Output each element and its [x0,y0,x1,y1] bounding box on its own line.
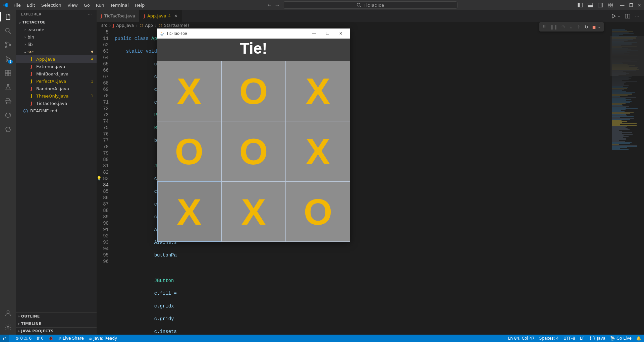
activity-run-debug-icon[interactable]: 1 [4,55,12,63]
status-problems[interactable]: ⊗0⚠6 [15,336,32,341]
section-java-projects[interactable]: ›JAVA PROJECTS [16,327,97,335]
menu-go[interactable]: Go [81,1,93,9]
folder-vscode[interactable]: ›.vscode [16,26,97,33]
game-cell-8[interactable]: O [286,181,350,242]
file-extreme-java[interactable]: JExtreme.java [16,63,97,70]
window-minimize-icon[interactable]: ― [620,3,624,8]
game-minimize-icon[interactable]: ― [307,31,321,36]
game-cell-6[interactable]: X [157,181,221,242]
activity-search-icon[interactable] [4,27,12,35]
status-notifications-icon[interactable]: 🔔 [636,336,641,341]
game-maximize-icon[interactable]: ☐ [321,31,334,36]
status-debug[interactable]: 🐞 [48,336,53,341]
file-perfectai-java[interactable]: JPerfectAI.java1 [16,77,97,85]
game-cell-0[interactable]: X [157,61,221,121]
tab-close-icon[interactable]: ✕ [174,13,178,18]
game-cell-5[interactable]: X [286,121,350,181]
game-cell-2[interactable]: X [286,61,350,121]
folder-src[interactable]: ⌄src [16,48,97,55]
status-language[interactable]: { } Java [589,336,605,341]
svg-line-1 [360,6,361,7]
file-tree: ⌄TICTACTOE ›.vscode ›bin ›lib ⌄src JApp.… [16,18,97,312]
menu-selection[interactable]: Selection [39,1,64,9]
debug-stop-icon[interactable]: ◼ [592,24,596,30]
folder-lib[interactable]: ›lib [16,41,97,48]
debug-grip-icon[interactable]: ⠿ [543,24,546,30]
customize-layout-icon[interactable] [608,2,613,8]
minimap[interactable] [610,29,644,335]
menu-terminal[interactable]: Terminal [108,1,131,9]
file-miniboard-java[interactable]: JMiniBoard.java [16,70,97,77]
debug-step-over-icon[interactable]: ↷ [561,24,565,30]
run-icon[interactable] [611,13,616,19]
svg-rect-22 [8,73,11,76]
menu-file[interactable]: File [11,1,23,9]
svg-rect-23 [8,70,11,73]
game-cell-1[interactable]: O [221,61,286,121]
activity-source-control-icon[interactable] [4,41,12,49]
svg-rect-3 [578,3,580,7]
activity-extensions-icon[interactable] [4,69,12,77]
status-cursor[interactable]: Ln 84, Col 47 [508,336,535,341]
file-tictactoe-java[interactable]: JTicTacToe.java [16,100,97,107]
activity-explorer-icon[interactable] [4,13,12,21]
game-cell-4[interactable]: O [221,121,286,181]
editor-more-icon[interactable]: ⋯ [635,13,639,18]
title-bar: File Edit Selection View Go Run Terminal… [0,0,644,10]
section-outline[interactable]: ›OUTLINE [16,312,97,320]
toggle-panel-icon[interactable] [588,2,593,8]
status-eol[interactable]: LF [580,336,585,341]
file-readme[interactable]: iREADME.md [16,107,97,114]
tab-app[interactable]: JApp.java4✕ [140,10,182,22]
status-java[interactable]: ☕Java: Ready [89,336,117,341]
status-ports[interactable]: ⇵0 [36,336,44,341]
svg-rect-8 [608,3,610,5]
game-close-icon[interactable]: ✕ [334,31,347,36]
project-root[interactable]: ⌄TICTACTOE [16,18,97,26]
debug-pause-icon[interactable]: ❚❚ [550,24,557,30]
tab-tictactoe[interactable]: JTicTacToe.java [97,10,140,22]
modified-dot-icon [91,51,93,53]
menu-edit[interactable]: Edit [24,1,38,9]
status-live-share[interactable]: ⬀Live Share [58,336,84,341]
game-cell-3[interactable]: O [157,121,221,181]
game-title-bar[interactable]: Tic-Tac-Toe ― ☐ ✕ [157,28,350,39]
debug-step-into-icon[interactable]: ↓ [569,24,573,30]
explorer-more-icon[interactable]: ⋯ [88,12,92,16]
activity-testing-icon[interactable] [4,83,12,91]
status-encoding[interactable]: UTF-8 [564,336,575,341]
line-gutter: 5116263646566676869707172737475767778798… [97,29,115,265]
window-close-icon[interactable]: ✕ [638,3,641,8]
section-timeline[interactable]: ›TIMELINE [16,320,97,327]
command-center[interactable]: TicTacToe [283,1,458,9]
nav-forward-icon[interactable]: → [275,3,279,8]
menu-help[interactable]: Help [132,1,148,9]
svg-line-13 [9,32,11,34]
debug-toolbar[interactable]: ⠿ ❚❚ ↷ ↓ ↑ ↻ ◼⌄ [539,22,604,32]
activity-settings-icon[interactable] [4,323,12,331]
activity-gitlab-icon[interactable] [4,111,12,119]
toggle-primary-sidebar-icon[interactable] [578,2,583,8]
file-threeonly-java[interactable]: JThreeOnly.java1 [16,92,97,100]
folder-bin[interactable]: ›bin [16,33,97,41]
status-indent[interactable]: Spaces: 4 [539,336,559,341]
game-cell-7[interactable]: X [221,181,286,242]
file-app-java[interactable]: JApp.java4 [16,55,97,63]
activity-bar: 1 [0,10,16,335]
menu-run[interactable]: Run [93,1,107,9]
status-go-live[interactable]: 📡 Go Live [610,336,632,341]
svg-rect-7 [601,3,603,7]
debug-step-out-icon[interactable]: ↑ [577,24,581,30]
nav-back-icon[interactable]: ← [268,3,271,8]
window-maximize-icon[interactable]: ❐ [629,3,633,8]
toggle-secondary-sidebar-icon[interactable] [598,2,603,8]
menu-view[interactable]: View [65,1,80,9]
split-editor-icon[interactable] [625,13,630,19]
debug-restart-icon[interactable]: ↻ [585,24,588,30]
menu-bar: File Edit Selection View Go Run Terminal… [11,1,147,9]
activity-python-icon[interactable] [4,97,12,105]
activity-accounts-icon[interactable] [4,309,12,317]
activity-share-icon[interactable] [4,125,12,133]
remote-indicator[interactable]: ⇄ [0,335,9,342]
file-randomai-java[interactable]: JRandomAI.java [16,85,97,92]
